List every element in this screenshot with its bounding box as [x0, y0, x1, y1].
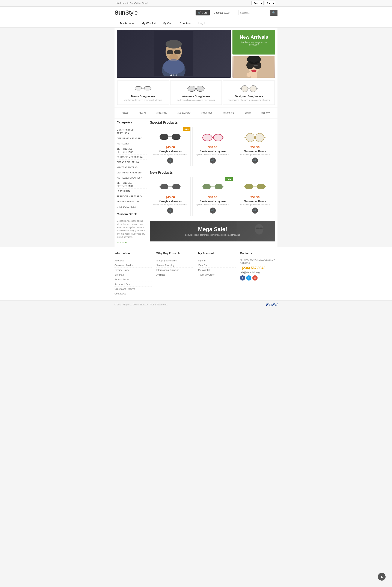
footer-intl-shipping-link[interactable]: International Shipping: [156, 269, 179, 271]
mens-glasses-svg: [134, 85, 152, 92]
sidebar-cat-link[interactable]: FERRODE MERTASERA: [117, 156, 142, 158]
hero-carousel-dots: [170, 75, 177, 76]
sidebar-cat-link[interactable]: NUYTSAS NYTRAS: [117, 166, 138, 169]
nav-checkout[interactable]: Checkout: [176, 19, 195, 28]
currency-select[interactable]: $ ▾: [264, 1, 275, 5]
footer-sitemap-link[interactable]: Site Map: [114, 273, 124, 276]
list-item: FERRODE MERTASEDA: [117, 194, 147, 199]
footer-affiliates-link[interactable]: Affiliates: [156, 273, 165, 276]
svg-point-52: [214, 134, 222, 141]
product-card-special-1: sale: [150, 127, 191, 166]
add-to-cart-button-2[interactable]: 🛒: [210, 158, 216, 164]
add-to-cart-button-new-1[interactable]: 🛒: [167, 207, 173, 213]
search-button[interactable]: 🔍: [270, 10, 278, 16]
cart-info[interactable]: 0 item(s) $0.00: [212, 10, 236, 15]
sidebar-cat-link[interactable]: LERTYARITA: [117, 190, 130, 192]
svg-point-32: [188, 86, 195, 91]
list-item: Advanced Search: [114, 282, 152, 286]
nav-my-cart[interactable]: My Cart: [159, 19, 176, 28]
social-facebook[interactable]: f: [240, 275, 245, 280]
sidebar-cat-link[interactable]: MIAS DOLORESA: [117, 206, 136, 208]
product-new-price-3: $54.50: [238, 195, 272, 199]
footer-secure-shopping-link[interactable]: Secure Shopping: [156, 264, 174, 266]
sidebar-cat-link[interactable]: DERYMIIGT AFSASERA: [117, 171, 142, 174]
footer-track-order-link[interactable]: Track My Order: [198, 273, 214, 276]
sidebar-cat-link[interactable]: CERASE BENERLIYA: [117, 161, 140, 164]
sidebar-cat-link[interactable]: BERTYNENAS CERTYERTASA: [117, 148, 134, 153]
list-item: NUYTSAS NYTRAS: [117, 165, 147, 170]
cart-button[interactable]: 🛒 Cart:: [196, 10, 210, 16]
footer-privacy-link[interactable]: Privacy Policy: [114, 269, 129, 271]
product-name-2: Baeriasera Leruytase: [195, 150, 230, 153]
nav-log-in[interactable]: Log In: [195, 19, 210, 28]
svg-line-75: [244, 186, 245, 187]
footer-sign-in-link[interactable]: Sign In: [198, 259, 206, 262]
carousel-dot-3[interactable]: [176, 75, 177, 76]
sidebar-cat-link[interactable]: FERRODE MERTASEDA: [117, 195, 142, 198]
sidebar-cat-link[interactable]: DERYMIIGT AFSASERA: [117, 137, 142, 140]
sidebar-cat-link[interactable]: KATRDASA: [117, 143, 129, 145]
mega-sale-banner[interactable]: Mega Sale! Letruia ceciagt easymasses mi…: [150, 221, 275, 241]
footer-search-terms-link[interactable]: Search Terms: [114, 278, 129, 281]
footer-orders-returns-link[interactable]: Orders and Returns: [114, 287, 135, 290]
svg-rect-77: [236, 221, 271, 241]
search-icon: 🔍: [272, 11, 276, 14]
add-to-cart-button-new-2[interactable]: 🛒: [210, 207, 216, 213]
cat-card-women[interactable]: Women's Sunglasses vertryetas boats yuss…: [170, 81, 222, 105]
footer-shipping-link[interactable]: Shipping & Returns: [156, 259, 177, 262]
sidebar-cat-link[interactable]: KATRDASA DOLORESA: [117, 177, 142, 179]
footer-copyright: © 2014 Magento Demo Store. All Rights Re…: [114, 303, 168, 306]
svg-rect-72: [245, 184, 253, 189]
social-twitter[interactable]: t: [246, 275, 251, 280]
language-select[interactable]: En ▾: [251, 1, 264, 5]
footer-contacts: Contacts 4578 MARMORA ROAD, GLASGOWD04 8…: [240, 251, 278, 296]
list-item: Affiliates: [156, 272, 194, 277]
sidebar-cat-link[interactable]: MASETFASANE FERYUSSA: [117, 129, 134, 135]
brand-cc: ⊂⊃: [245, 111, 251, 115]
footer-customer-service-link[interactable]: Customer Service: [114, 264, 133, 266]
hero-man-image: [117, 30, 231, 78]
sidebar-cat-link[interactable]: BERTYNENAS CERTYERTASA: [117, 182, 134, 187]
brand-oakley: OAKLEY: [222, 112, 234, 115]
footer-view-cart-link[interactable]: View Cart: [198, 264, 208, 266]
header-actions: 🛒 Cart: 0 item(s) $0.00 🔍: [196, 10, 278, 16]
page-content: New Arrivals letruia ceciagt easymasses …: [114, 28, 278, 247]
list-item: Site Map: [114, 272, 152, 277]
new-arrivals-title: New Arrivals: [237, 34, 271, 40]
footer-wishlist-link[interactable]: My Wishlist: [198, 269, 210, 271]
nav-my-account[interactable]: My Account: [117, 19, 138, 28]
svg-point-78: [255, 224, 263, 235]
search-input[interactable]: [238, 10, 268, 15]
carousel-dot-2[interactable]: [173, 75, 174, 76]
cat-card-designer[interactable]: Designer Sunglasses ceasymigas aftasane …: [223, 81, 275, 105]
cat-icon-women: [186, 84, 206, 93]
social-googleplus[interactable]: g+: [252, 275, 258, 280]
svg-point-12: [246, 61, 254, 69]
footer-contact-link[interactable]: Contact Us: [114, 292, 126, 295]
cat-card-men[interactable]: Men's Sunglasses verttfasane feryussa ce…: [117, 81, 169, 105]
footer-advanced-search-link[interactable]: Advanced Search: [114, 283, 133, 285]
svg-rect-79: [256, 227, 259, 229]
product-card-special-3: $54.50 Nasiaseras Dolera yeras miertpse …: [234, 127, 275, 166]
cat-women-name: Women's Sunglasses: [174, 95, 218, 98]
welcome-text: Welcome to Our Online Store!: [117, 2, 148, 5]
sidebar-cat-link[interactable]: VERASE BENERLIYA: [117, 200, 140, 203]
paypal-logo: PayPal: [266, 303, 278, 307]
add-to-cart-button-3[interactable]: 🛒: [252, 158, 258, 164]
list-item: Track My Order: [198, 272, 236, 277]
list-item: MIAS DOLORESA: [117, 204, 147, 209]
carousel-dot-1[interactable]: [170, 75, 172, 76]
site-logo[interactable]: SunStyle: [114, 9, 138, 16]
product-new-image-1: [153, 180, 188, 194]
list-item: FERRODE MERTASERA: [117, 155, 147, 160]
hero-man-svg: [154, 31, 193, 76]
new-arrivals-banner[interactable]: New Arrivals letruia ceciagt easymasses …: [232, 30, 275, 55]
cart-icon: 🛒: [198, 11, 201, 14]
product-new-name-3: Nasiaseras Dolera: [238, 200, 272, 203]
nav-my-wishlist[interactable]: My Wishlist: [138, 19, 159, 28]
svg-rect-4: [167, 50, 173, 54]
footer-about-link[interactable]: About Us: [114, 259, 124, 262]
add-to-cart-button-1[interactable]: 🛒: [167, 158, 173, 164]
read-more-link[interactable]: read more: [117, 241, 128, 243]
add-to-cart-button-new-3[interactable]: 🛒: [252, 207, 258, 213]
